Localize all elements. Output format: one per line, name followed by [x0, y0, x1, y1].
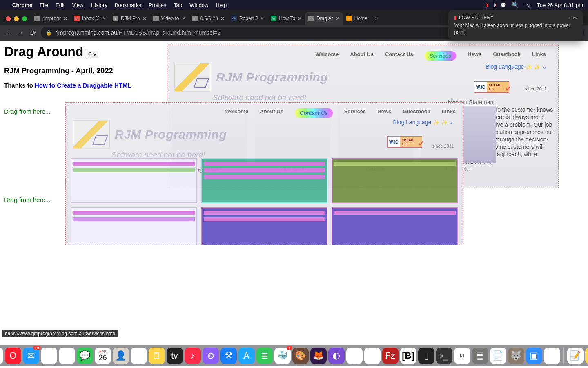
- tab-rjm-pro[interactable]: rRJM Pro✕: [109, 12, 150, 25]
- menubar-clock[interactable]: Tue 26 Apr 8:31 pm: [537, 2, 583, 8]
- tab-ratio[interactable]: r0.6/6.28✕: [189, 12, 228, 25]
- dock-docker[interactable]: 🐳1: [274, 348, 291, 364]
- menu-tab[interactable]: Tab: [174, 2, 182, 8]
- tab-inbox[interactable]: MInbox (2✕: [71, 12, 109, 25]
- low-battery-notification[interactable]: ▮LOW BATTERY now Your Mac will sleep soo…: [448, 10, 583, 41]
- dock-contacts[interactable]: 👤: [113, 348, 129, 364]
- dock-chrome[interactable]: ◎: [544, 348, 560, 364]
- nav-news[interactable]: News: [377, 108, 391, 118]
- menu-edit[interactable]: Edit: [56, 2, 65, 8]
- dock-reminders[interactable]: ☑: [131, 348, 147, 364]
- dock-edge[interactable]: e: [364, 348, 381, 364]
- spotlight-icon[interactable]: 🔍: [512, 2, 519, 8]
- dock-intellij[interactable]: IJ: [454, 348, 470, 364]
- dock-app[interactable]: ▤: [472, 348, 488, 364]
- dock-messages[interactable]: 💬: [77, 348, 93, 364]
- dock-music[interactable]: ♪: [185, 348, 201, 364]
- dock-tv[interactable]: tv: [167, 348, 183, 364]
- tab-howto[interactable]: wHow To✕: [267, 12, 305, 25]
- dock-stickies[interactable]: 🗒: [585, 348, 588, 364]
- menu-history[interactable]: History: [91, 2, 107, 8]
- service-thumb[interactable]: [201, 207, 328, 245]
- nav-guestbook[interactable]: Guestbook: [403, 108, 430, 118]
- close-tab-icon[interactable]: ✕: [260, 16, 264, 21]
- service-thumb[interactable]: [71, 207, 197, 245]
- forward-button[interactable]: →: [16, 29, 24, 36]
- service-thumb[interactable]: [201, 158, 328, 203]
- wifi-icon[interactable]: ⚉: [501, 2, 506, 8]
- dock-terminal[interactable]: ▯: [418, 348, 434, 364]
- close-tab-icon[interactable]: ✕: [182, 16, 186, 21]
- dock-appstore[interactable]: A: [238, 348, 255, 364]
- draggable-iframe-2[interactable]: Welcome About Us Contact Us Services New…: [65, 102, 463, 245]
- dock-opera[interactable]: O: [5, 348, 21, 364]
- fullscreen-window-button[interactable]: [22, 16, 27, 21]
- dock-pages[interactable]: 📄: [490, 348, 506, 364]
- dock-brackets[interactable]: [B]: [400, 348, 416, 364]
- close-tab-icon[interactable]: ✕: [102, 16, 106, 21]
- menu-view[interactable]: View: [72, 2, 83, 8]
- dock-safari[interactable]: 🧭: [0, 348, 3, 364]
- tab-drag-around[interactable]: rDrag Ar✕: [305, 12, 343, 25]
- site-logo-icon[interactable]: [174, 63, 211, 92]
- nav-news[interactable]: News: [468, 51, 481, 61]
- tab-overflow-icon[interactable]: ›: [371, 15, 381, 25]
- nav-about[interactable]: About Us: [260, 108, 283, 118]
- valid-xhtml-badge[interactable]: W3C XHTML1.0 ✔: [474, 81, 509, 93]
- dock-calendar[interactable]: APR26: [95, 348, 111, 364]
- tab-video[interactable]: rVideo to✕: [150, 12, 189, 25]
- site-logo-icon[interactable]: [73, 120, 110, 149]
- service-thumb[interactable]: [71, 158, 197, 203]
- tab-robert[interactable]: ◷Robert J✕: [228, 12, 267, 25]
- dock-chromium[interactable]: ◉: [346, 348, 363, 364]
- dock-maps[interactable]: 🗺: [41, 348, 57, 364]
- close-tab-icon[interactable]: ✕: [63, 16, 67, 21]
- dock-numbers[interactable]: ≣: [256, 348, 273, 364]
- numsel-dropdown[interactable]: 2: [87, 51, 98, 58]
- app-name[interactable]: Chrome: [12, 2, 32, 8]
- nav-services-active[interactable]: Services: [425, 51, 457, 61]
- menu-bookmarks[interactable]: Bookmarks: [115, 2, 141, 8]
- nav-services[interactable]: Services: [344, 108, 366, 118]
- blog-language-dropdown[interactable]: Blog Language✨ ✨⌄: [393, 119, 454, 126]
- dock-iterm[interactable]: ›_: [436, 348, 452, 364]
- menu-window[interactable]: Window: [189, 2, 208, 8]
- service-thumb[interactable]: [332, 158, 458, 203]
- drag-handle-1[interactable]: Drag from here ...: [4, 108, 52, 115]
- reload-button[interactable]: ⟳: [29, 29, 37, 37]
- dock-mail[interactable]: ✉18: [23, 348, 39, 364]
- nav-welcome[interactable]: Welcome: [315, 51, 339, 61]
- menu-profiles[interactable]: Profiles: [149, 2, 166, 8]
- tab-rjmprog[interactable]: rrjmprogr✕: [31, 12, 71, 25]
- dock-filezilla[interactable]: Fz: [382, 348, 399, 364]
- dock-xcode[interactable]: ⚒: [220, 348, 237, 364]
- nav-guestbook[interactable]: Guestbook: [493, 51, 521, 61]
- nav-links[interactable]: Links: [442, 108, 456, 118]
- close-tab-icon[interactable]: ✕: [298, 16, 302, 21]
- control-center-icon[interactable]: ⌥: [524, 2, 531, 8]
- dock-art-app[interactable]: 🎨: [292, 348, 309, 364]
- menu-help[interactable]: Help: [216, 2, 227, 8]
- nav-contact-active[interactable]: Contact Us: [295, 108, 333, 118]
- close-tab-icon[interactable]: ✕: [336, 16, 340, 21]
- close-tab-icon[interactable]: ✕: [143, 16, 147, 21]
- nav-contact[interactable]: Contact Us: [385, 51, 413, 61]
- dock-zoom[interactable]: ▣: [526, 348, 542, 364]
- nav-links[interactable]: Links: [532, 51, 546, 61]
- dock-podcasts[interactable]: ⊚: [203, 348, 219, 364]
- tab-home[interactable]: ✶Home: [343, 12, 371, 25]
- drag-handle-2[interactable]: Drag from here ...: [4, 196, 52, 203]
- dock-photos[interactable]: ✿: [59, 348, 75, 364]
- valid-xhtml-badge[interactable]: W3C XHTML1.0 ✔: [387, 136, 422, 148]
- nav-welcome[interactable]: Welcome: [225, 108, 248, 118]
- back-button[interactable]: ←: [4, 29, 12, 36]
- close-window-button[interactable]: [6, 16, 11, 21]
- blog-language-dropdown[interactable]: Blog Language✨ ✨⌄: [486, 63, 547, 70]
- dock-notes[interactable]: 🗒: [149, 348, 165, 364]
- close-tab-icon[interactable]: ✕: [220, 16, 225, 21]
- thanks-link[interactable]: How to Create a Draggable HTML: [35, 82, 131, 89]
- dock-firefox[interactable]: 🦊: [310, 348, 327, 364]
- lock-icon[interactable]: 🔒: [46, 30, 52, 36]
- nav-about[interactable]: About Us: [350, 51, 374, 61]
- dock-gimp[interactable]: 🐺: [508, 348, 524, 364]
